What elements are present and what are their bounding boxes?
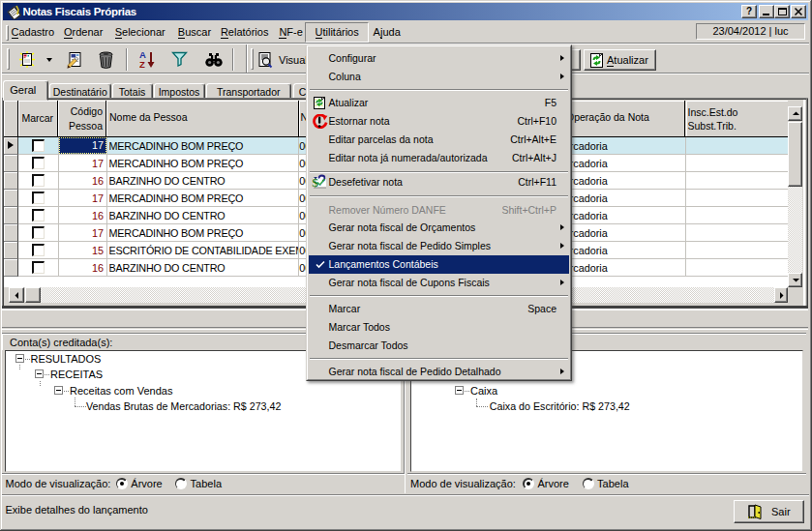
svg-text:$: $ <box>313 175 319 190</box>
svg-text:Z: Z <box>139 59 145 70</box>
